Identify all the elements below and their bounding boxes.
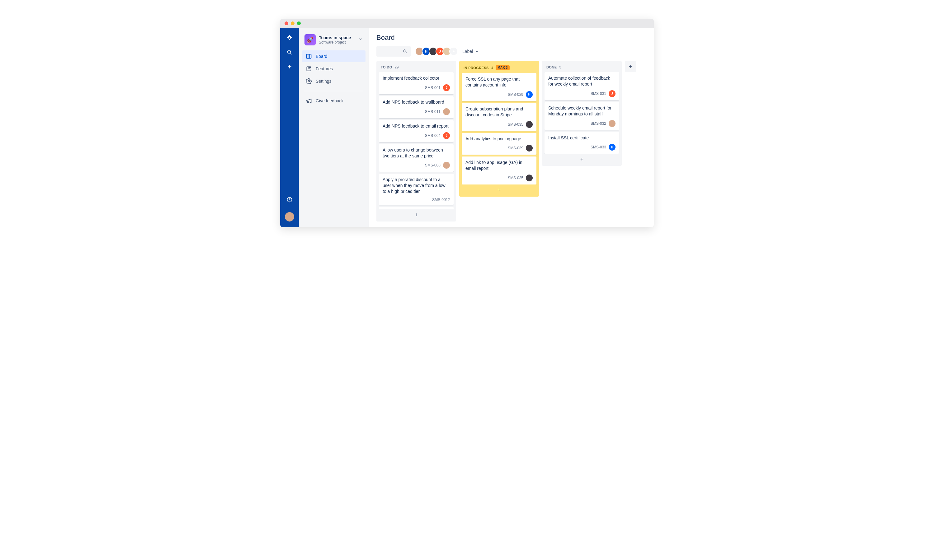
traffic-light-zoom[interactable]: [297, 22, 301, 25]
svg-point-12: [404, 50, 406, 52]
card-list: Automate collection of feedback for week…: [544, 72, 619, 154]
issue-card[interactable]: Force SSL on any page that contains acco…: [462, 73, 536, 101]
issue-key: SMS-031: [590, 91, 606, 96]
card-footer: SMS-035: [465, 175, 533, 182]
svg-line-13: [406, 52, 407, 53]
assignee-avatar[interactable]: [526, 145, 533, 152]
search-icon[interactable]: [285, 48, 294, 57]
assignee-avatar[interactable]: H: [609, 144, 615, 151]
column-name: TO DO: [381, 65, 392, 69]
card-title: Create subscription plans and discount c…: [465, 106, 533, 118]
issue-card[interactable]: Schedule weekly email report for Monday …: [544, 102, 619, 130]
card-footer: SMS-031J: [548, 90, 615, 97]
column-count: 3: [559, 65, 561, 69]
current-user-avatar[interactable]: [285, 212, 294, 222]
issue-key: SMS-004: [425, 134, 441, 138]
card-title: Add link to app usage (GA) in email repo…: [465, 160, 533, 171]
issue-key: SMS-0012: [432, 198, 450, 202]
svg-point-0: [287, 50, 290, 53]
search-input[interactable]: [376, 46, 411, 57]
card-title: Automate collection of feedback for week…: [548, 75, 615, 87]
issue-card[interactable]: Add NPS feedback to email reportSMS-004J: [379, 120, 454, 142]
board-column: DONE3Automate collection of feedback for…: [542, 61, 622, 166]
issue-card[interactable]: Automate collection of feedback for week…: [544, 72, 619, 100]
assignee-avatar[interactable]: [443, 108, 450, 115]
issue-card[interactable]: Add link to app usage (GA) in email repo…: [462, 157, 536, 185]
assignee-avatar[interactable]: J: [609, 90, 615, 97]
issue-key: SMS-039: [508, 146, 523, 150]
card-title: Add NPS feedback to email report: [383, 123, 450, 129]
wip-limit-badge: MAX 3: [496, 65, 510, 70]
traffic-light-close[interactable]: [285, 22, 288, 25]
main-content: Board HJ+ Label TO DO29Implement feedbac…: [369, 28, 654, 227]
add-card-button[interactable]: +: [379, 209, 454, 219]
card-list: Force SSL on any page that contains acco…: [462, 73, 536, 185]
board-column: TO DO29Implement feedback collectorSMS-0…: [376, 61, 456, 222]
column-name: DONE: [546, 65, 557, 69]
sidebar-item-board[interactable]: Board: [302, 51, 365, 62]
assignee-avatar[interactable]: J: [443, 132, 450, 139]
issue-key: SMS-011: [425, 109, 441, 114]
card-footer: SMS-004J: [383, 132, 450, 139]
card-footer: SMS-0012: [383, 198, 450, 202]
issue-key: SMS-032: [590, 122, 606, 126]
issue-card[interactable]: Create subscription plans and discount c…: [462, 103, 536, 131]
card-footer: SMS-033H: [548, 144, 615, 151]
svg-line-1: [290, 53, 292, 54]
assignee-avatar[interactable]: H: [526, 91, 533, 98]
sidebar-item-settings[interactable]: Settings: [302, 75, 365, 87]
project-logo-icon: 🚀: [305, 34, 316, 45]
chevron-down-icon[interactable]: [358, 37, 363, 43]
project-sidebar: 🚀 Teams in space Software project Board …: [299, 28, 369, 227]
column-header[interactable]: DONE3: [544, 63, 619, 72]
jira-logo-icon[interactable]: [285, 34, 294, 42]
add-assignee-button[interactable]: +: [449, 47, 458, 56]
sidebar-item-label: Settings: [316, 79, 331, 84]
card-title: Schedule weekly email report for Monday …: [548, 105, 615, 117]
card-footer: SMS-039: [465, 145, 533, 152]
issue-key: SMS-035: [508, 176, 523, 180]
card-title: Apply a prorated discount to a user when…: [383, 177, 450, 194]
issue-card[interactable]: Allow users to change between two tiers …: [379, 144, 454, 172]
help-icon[interactable]: [285, 195, 294, 204]
board-columns: TO DO29Implement feedback collectorSMS-0…: [376, 61, 646, 222]
add-column-button[interactable]: +: [625, 61, 636, 72]
issue-key: SMS-008: [425, 163, 441, 168]
column-header[interactable]: IN PROGRESS4MAX 3: [462, 63, 536, 73]
issue-card[interactable]: Add analytics to pricing pageSMS-039: [462, 133, 536, 155]
global-nav-rail: [280, 28, 299, 227]
issue-key: SMS-033: [590, 145, 606, 149]
column-header[interactable]: TO DO29: [379, 63, 454, 72]
issue-card[interactable]: Apply a prorated discount to a user when…: [379, 174, 454, 205]
gear-icon: [306, 78, 312, 84]
card-footer: SMS-032: [548, 120, 615, 127]
issue-key: SMS-035: [508, 122, 523, 127]
create-icon[interactable]: [285, 62, 294, 71]
card-footer: SMS-035: [465, 121, 533, 128]
add-card-button[interactable]: +: [462, 185, 536, 194]
sidebar-item-features[interactable]: Features: [302, 63, 365, 75]
assignee-avatar[interactable]: J: [443, 84, 450, 91]
traffic-light-minimize[interactable]: [291, 22, 294, 25]
board-controls: HJ+ Label: [376, 46, 646, 57]
issue-card[interactable]: Add NPS feedback to wallboardSMS-011: [379, 96, 454, 118]
issue-card[interactable]: Implement feedback collectorSMS-001J: [379, 72, 454, 94]
assignee-avatar[interactable]: [443, 162, 450, 169]
assignee-avatar[interactable]: [526, 121, 533, 128]
card-title: Allow users to change between two tiers …: [383, 147, 450, 159]
card-list: Implement feedback collectorSMS-001JAdd …: [379, 72, 454, 209]
assignee-filter-avatars: HJ+: [415, 47, 458, 56]
sidebar-item-feedback[interactable]: Give feedback: [302, 95, 365, 107]
assignee-avatar[interactable]: [526, 175, 533, 182]
card-footer: SMS-008: [383, 162, 450, 169]
label-filter[interactable]: Label: [462, 49, 479, 54]
card-title: Install SSL certificate: [548, 135, 615, 141]
add-card-button[interactable]: +: [544, 154, 619, 163]
assignee-avatar[interactable]: [609, 120, 615, 127]
card-title: Force SSL on any page that contains acco…: [465, 76, 533, 88]
card-title: Add NPS feedback to wallboard: [383, 99, 450, 105]
issue-card[interactable]: Extend the grace period to accountsSMS-0…: [379, 207, 454, 209]
project-switcher[interactable]: 🚀 Teams in space Software project: [302, 32, 365, 51]
issue-card[interactable]: Install SSL certificateSMS-033H: [544, 132, 619, 154]
column-count: 4: [491, 66, 493, 70]
